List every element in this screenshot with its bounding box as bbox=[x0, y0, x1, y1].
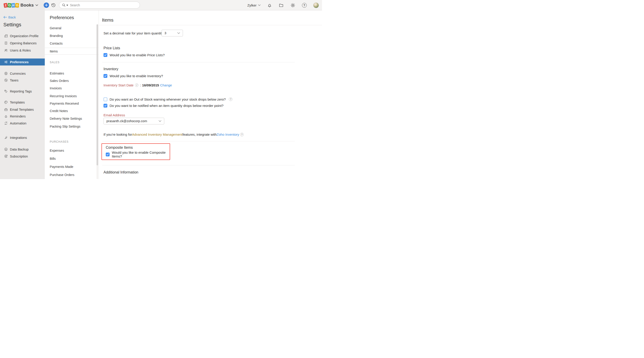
logo-tile-o2: O bbox=[15, 3, 19, 8]
sidebar-item-label: Subscription bbox=[10, 154, 28, 158]
chevron-down-icon bbox=[35, 4, 38, 6]
user-avatar[interactable] bbox=[313, 2, 319, 8]
prefs-tab-packing-slip-settings[interactable]: Packing Slip Settings bbox=[45, 124, 98, 129]
prefs-tab-recurring-invoices[interactable]: Recurring Invoices bbox=[45, 94, 98, 98]
documents-folder-icon[interactable] bbox=[278, 3, 284, 8]
zoho-inventory-link[interactable]: Zoho Inventory bbox=[217, 132, 239, 136]
preferences-scrollbar-thumb[interactable] bbox=[96, 24, 98, 166]
sidebar-item-label: Organization Profile bbox=[10, 34, 38, 38]
quick-create-button[interactable] bbox=[44, 2, 49, 8]
composite-items-highlight-box: Composite Items Would you like to enable… bbox=[102, 143, 170, 160]
reorder-point-notify-checkbox[interactable] bbox=[104, 104, 107, 108]
checkbox-label[interactable]: Do you want to be notified when an item … bbox=[110, 104, 224, 108]
topbar: Z O H O Books Zylker bbox=[0, 0, 322, 10]
zoho-inventory-advisory: If you’re looking for Advanced Inventory… bbox=[104, 132, 244, 136]
settings-gear-icon[interactable] bbox=[290, 3, 296, 8]
checkbox-label[interactable]: Would you like to enable Price Lists? bbox=[110, 53, 165, 57]
sidebar-item-label: Reminders bbox=[10, 114, 26, 118]
sidebar-item-taxes[interactable]: Taxes bbox=[0, 78, 45, 82]
reorder-point-notify-row: Do you want to be notified when an item … bbox=[104, 104, 224, 108]
sidebar-item-opening-balances[interactable]: Opening Balances bbox=[0, 41, 45, 46]
enable-price-lists-checkbox[interactable] bbox=[104, 53, 107, 57]
additional-information-heading: Additional Information bbox=[104, 170, 138, 174]
prefs-tab-label: Credit Notes bbox=[50, 109, 68, 113]
sidebar-item-data-backup[interactable]: Data Backup bbox=[0, 147, 45, 152]
sidebar-item-label: Automation bbox=[10, 122, 26, 125]
checkbox-label[interactable]: Do you want an Out of Stock warning when… bbox=[110, 98, 226, 101]
email-address-select[interactable]: prasanth.ck@zohocorp.com bbox=[104, 118, 164, 124]
preferences-panel-title: Preferences bbox=[50, 15, 74, 20]
items-settings-panel: Items Set a decimal rate for your item q… bbox=[99, 10, 322, 179]
prefs-tab-credit-notes[interactable]: Credit Notes bbox=[45, 109, 98, 113]
help-icon[interactable]: ? bbox=[240, 133, 244, 136]
global-search[interactable] bbox=[59, 2, 140, 8]
prefs-tab-bills[interactable]: Bills bbox=[45, 156, 98, 161]
prefs-tab-label: Payments Received bbox=[50, 102, 79, 105]
info-icon[interactable]: i bbox=[135, 84, 138, 87]
out-of-stock-warning-checkbox[interactable] bbox=[104, 98, 107, 101]
sidebar-item-integrations[interactable]: Integrations bbox=[0, 135, 45, 140]
help-icon[interactable]: ? bbox=[229, 98, 232, 101]
enable-composite-items-row: Would you like to enable Composite Items… bbox=[106, 152, 170, 156]
preferences-nav-panel: Preferences General Branding Contacts It… bbox=[45, 10, 99, 179]
enable-inventory-checkbox[interactable] bbox=[104, 74, 107, 78]
change-date-link[interactable]: Change bbox=[160, 83, 172, 87]
sidebar-item-label: Taxes bbox=[10, 78, 18, 82]
org-name: Zylker bbox=[247, 4, 256, 7]
logo-tile-h: H bbox=[11, 3, 15, 8]
sidebar-item-templates[interactable]: Templates bbox=[0, 100, 45, 105]
topbar-actions: Zylker ? bbox=[247, 0, 319, 10]
recent-history-button[interactable] bbox=[51, 3, 56, 8]
inventory-start-date-label: Inventory Start Date bbox=[104, 83, 134, 87]
decimal-rate-select[interactable]: 3 bbox=[162, 30, 183, 36]
prefs-tab-general[interactable]: General bbox=[45, 26, 98, 30]
divider bbox=[102, 165, 295, 166]
enable-composite-items-checkbox[interactable] bbox=[106, 152, 110, 156]
logo-tile-z: Z bbox=[4, 3, 8, 8]
download-icon bbox=[4, 148, 8, 151]
prefs-tab-purchase-orders[interactable]: Purchase Orders bbox=[45, 172, 98, 177]
sidebar-item-organization-profile[interactable]: Organization Profile bbox=[0, 34, 45, 38]
prefs-tab-label: Contacts bbox=[50, 42, 62, 45]
prefs-tab-contacts[interactable]: Contacts bbox=[45, 41, 98, 46]
back-label: Back bbox=[8, 15, 16, 19]
prefs-tab-expenses[interactable]: Expenses bbox=[45, 148, 98, 153]
back-link[interactable]: Back bbox=[4, 15, 16, 19]
sidebar-item-label: Templates bbox=[10, 100, 25, 104]
checkbox-label[interactable]: Would you like to enable Composite Items… bbox=[112, 150, 170, 158]
brand-area[interactable]: Z O H O Books bbox=[0, 0, 45, 10]
sidebar-item-preferences[interactable]: Preferences bbox=[0, 58, 45, 66]
prefs-tab-items-selected[interactable]: Items bbox=[45, 48, 98, 55]
org-switcher[interactable]: Zylker bbox=[247, 4, 260, 7]
prefs-tab-label: Invoices bbox=[50, 86, 62, 90]
arrow-left-icon bbox=[4, 16, 7, 18]
sidebar-item-currencies[interactable]: Currencies bbox=[0, 71, 45, 76]
prefs-tab-payments-made[interactable]: Payments Made bbox=[45, 164, 98, 169]
prefs-tab-sales-orders[interactable]: Sales Orders bbox=[45, 78, 98, 83]
sidebar-item-reminders[interactable]: Reminders bbox=[0, 114, 45, 118]
prefs-tab-payments-received[interactable]: Payments Received bbox=[45, 101, 98, 106]
search-scope-caret-icon[interactable] bbox=[66, 5, 68, 6]
inventory-heading: Inventory bbox=[104, 67, 118, 71]
sidebar-item-label: Users & Roles bbox=[10, 48, 31, 52]
prefs-tab-estimates[interactable]: Estimates bbox=[45, 71, 98, 76]
sidebar-item-users-roles[interactable]: Users & Roles bbox=[0, 48, 45, 53]
prefs-tab-label: Bills bbox=[50, 157, 56, 160]
help-icon[interactable]: ? bbox=[302, 3, 307, 8]
advisory-highlight: Advanced Inventory Management bbox=[132, 132, 182, 136]
divider bbox=[102, 62, 295, 62]
search-input[interactable] bbox=[70, 4, 131, 7]
sidebar-item-subscription[interactable]: Subscription bbox=[0, 154, 45, 159]
tag-icon bbox=[4, 89, 8, 93]
sidebar-item-email-templates[interactable]: Email Templates bbox=[0, 107, 45, 112]
prefs-tab-delivery-note-settings[interactable]: Delivery Note Settings bbox=[45, 116, 98, 121]
sidebar-item-reporting-tags[interactable]: Reporting Tags bbox=[0, 89, 45, 94]
inventory-start-date-value: 16/09/2015 bbox=[142, 83, 159, 87]
prefs-tab-label: Payments Made bbox=[50, 165, 73, 168]
sidebar-item-automation[interactable]: Automation bbox=[0, 121, 45, 126]
prefs-tab-branding[interactable]: Branding bbox=[45, 34, 98, 38]
users-icon bbox=[4, 48, 8, 52]
notifications-bell-icon[interactable] bbox=[267, 3, 272, 8]
prefs-tab-invoices[interactable]: Invoices bbox=[45, 86, 98, 90]
checkbox-label[interactable]: Would you like to enable Inventory? bbox=[110, 74, 163, 78]
